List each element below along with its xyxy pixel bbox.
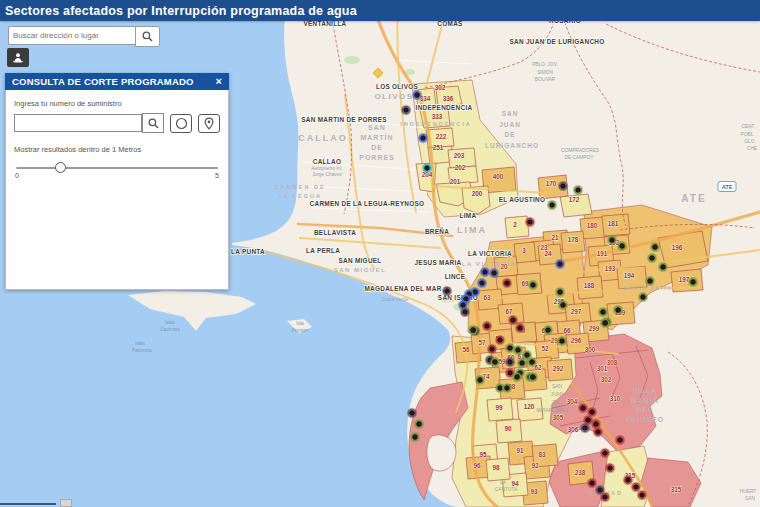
sector-number: 178 (568, 236, 579, 243)
map-marker[interactable] (580, 423, 590, 433)
marker-core (498, 386, 503, 391)
marker-core (594, 422, 599, 427)
select-area-button[interactable] (170, 114, 192, 133)
map-marker[interactable] (615, 435, 625, 445)
map-marker[interactable] (573, 185, 583, 195)
map-marker[interactable] (489, 268, 499, 278)
map-marker[interactable] (547, 200, 557, 210)
island-label: Isla (296, 321, 304, 326)
map-marker[interactable] (414, 419, 424, 429)
map-marker[interactable] (600, 318, 610, 328)
map-marker[interactable] (407, 408, 417, 418)
map-marker[interactable] (658, 262, 668, 272)
map-marker[interactable] (480, 267, 490, 277)
map-marker[interactable] (508, 315, 518, 325)
map-marker[interactable] (412, 90, 422, 100)
place-label: HUERT (740, 489, 757, 494)
map-marker[interactable] (422, 163, 432, 173)
sector-number: 57 (478, 339, 486, 346)
map-marker[interactable] (528, 280, 538, 290)
map-marker[interactable] (468, 325, 478, 335)
map-marker[interactable] (555, 287, 565, 297)
map-marker[interactable] (623, 475, 633, 485)
map-marker[interactable] (645, 276, 655, 286)
map-marker[interactable] (598, 307, 608, 317)
marker-core (404, 108, 409, 113)
supply-number-input[interactable] (14, 114, 142, 132)
map-marker[interactable] (558, 300, 568, 310)
map-marker[interactable] (650, 242, 660, 252)
sector-number: 196 (672, 244, 683, 251)
supply-search-button[interactable] (142, 113, 164, 133)
map-marker[interactable] (607, 235, 617, 245)
pin-location-button[interactable] (198, 114, 220, 133)
sector-number: 200 (472, 190, 483, 197)
map-marker[interactable] (578, 403, 588, 413)
map-marker[interactable] (637, 490, 647, 500)
marker-core (576, 188, 581, 193)
map-marker[interactable] (558, 181, 568, 191)
map-marker[interactable] (517, 358, 527, 368)
map-marker[interactable] (527, 357, 537, 367)
search-button[interactable] (135, 26, 160, 47)
map-marker[interactable] (617, 241, 627, 251)
marker-core (478, 378, 483, 383)
district-label: LINCE (445, 273, 466, 280)
radius-slider-track[interactable] (16, 167, 218, 169)
map-marker[interactable] (513, 345, 523, 355)
map-marker[interactable] (638, 292, 648, 302)
map-marker[interactable] (525, 217, 535, 227)
district-label: LA PERLA (306, 247, 340, 254)
map-marker[interactable] (487, 344, 497, 354)
map-marker[interactable] (688, 277, 698, 287)
district-label: CARMEN DE LA LEGUA-REYNOSO (310, 200, 425, 207)
place-label: SIMÓN (537, 69, 553, 75)
map-marker[interactable] (587, 478, 597, 488)
map-marker[interactable] (555, 259, 565, 269)
map-marker[interactable] (418, 133, 428, 143)
map-marker[interactable] (505, 357, 515, 367)
map-marker[interactable] (495, 335, 505, 345)
map-marker[interactable] (460, 307, 470, 317)
marker-core (445, 289, 450, 294)
marker-core (528, 220, 533, 225)
map-marker[interactable] (442, 286, 452, 296)
map-marker[interactable] (482, 321, 492, 331)
slider-min-label: 0 (15, 172, 19, 179)
marker-core (508, 360, 513, 365)
map-marker[interactable] (502, 383, 512, 393)
place-label: PBLO. JOV. (532, 62, 558, 67)
map-marker[interactable] (593, 427, 603, 437)
map-marker[interactable] (401, 105, 411, 115)
marker-core (483, 270, 488, 275)
map-marker[interactable] (515, 323, 525, 333)
map-marker[interactable] (477, 278, 487, 288)
marker-core (648, 279, 653, 284)
map-marker[interactable] (528, 372, 538, 382)
map-region (427, 435, 456, 471)
search-input[interactable] (8, 26, 135, 45)
slider-max-label: 5 (215, 172, 219, 179)
map-marker[interactable] (543, 325, 553, 335)
map-marker[interactable] (613, 305, 623, 315)
locate-me-button[interactable] (7, 48, 29, 67)
district-area-label: JUAN (499, 121, 521, 128)
sector-number: 302 (601, 376, 612, 383)
map-marker[interactable] (512, 372, 522, 382)
map-marker[interactable] (647, 253, 657, 263)
sector-number: 202 (455, 164, 466, 171)
close-icon[interactable]: × (216, 76, 222, 87)
map-marker[interactable] (475, 375, 485, 385)
map-marker[interactable] (600, 492, 610, 502)
map-marker[interactable] (410, 432, 420, 442)
marker-core (558, 290, 563, 295)
map-marker[interactable] (502, 278, 512, 288)
marker-core (492, 271, 497, 276)
marker-core (550, 203, 555, 208)
water-cut-sector[interactable] (505, 216, 529, 238)
map-marker[interactable] (490, 357, 500, 367)
map-marker[interactable] (600, 448, 610, 458)
map-marker[interactable] (605, 463, 615, 473)
map-marker[interactable] (557, 336, 567, 346)
marker-core (618, 438, 623, 443)
